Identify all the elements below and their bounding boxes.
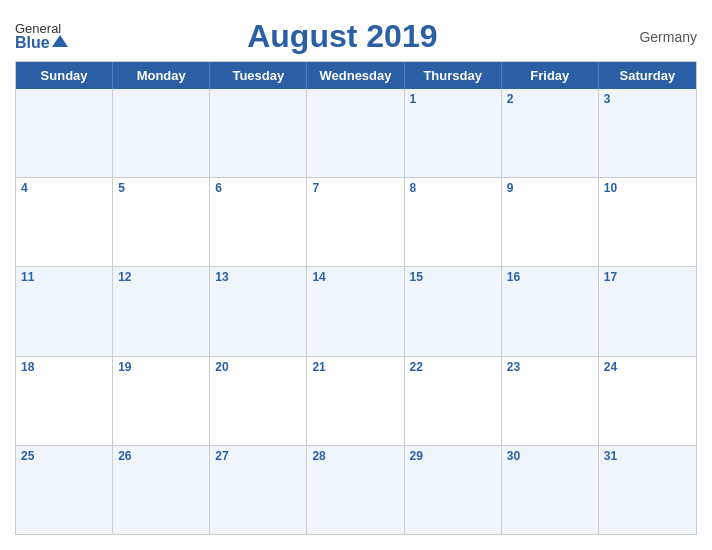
day-cell: 16: [502, 267, 599, 355]
day-cell: [210, 89, 307, 177]
day-number: 16: [507, 270, 593, 284]
day-header-friday: Friday: [502, 62, 599, 89]
day-cell: 15: [405, 267, 502, 355]
day-headers-row: SundayMondayTuesdayWednesdayThursdayFrid…: [16, 62, 696, 89]
day-cell: 13: [210, 267, 307, 355]
week-row: 25262728293031: [16, 445, 696, 534]
day-number: 14: [312, 270, 398, 284]
day-number: 25: [21, 449, 107, 463]
day-header-sunday: Sunday: [16, 62, 113, 89]
weeks-container: 1234567891011121314151617181920212223242…: [16, 89, 696, 534]
week-row: 18192021222324: [16, 356, 696, 445]
day-cell: 24: [599, 357, 696, 445]
day-cell: 26: [113, 446, 210, 534]
day-cell: [307, 89, 404, 177]
day-number: 12: [118, 270, 204, 284]
day-cell: 9: [502, 178, 599, 266]
day-cell: 2: [502, 89, 599, 177]
day-number: 29: [410, 449, 496, 463]
day-header-wednesday: Wednesday: [307, 62, 404, 89]
day-cell: 11: [16, 267, 113, 355]
week-row: 123: [16, 89, 696, 177]
day-number: 2: [507, 92, 593, 106]
day-cell: 18: [16, 357, 113, 445]
day-number: 6: [215, 181, 301, 195]
calendar-grid: SundayMondayTuesdayWednesdayThursdayFrid…: [15, 61, 697, 535]
day-number: 17: [604, 270, 691, 284]
day-number: 27: [215, 449, 301, 463]
day-header-monday: Monday: [113, 62, 210, 89]
day-cell: 28: [307, 446, 404, 534]
day-number: 8: [410, 181, 496, 195]
day-number: 28: [312, 449, 398, 463]
day-cell: 30: [502, 446, 599, 534]
day-number: 30: [507, 449, 593, 463]
day-cell: 21: [307, 357, 404, 445]
day-number: 21: [312, 360, 398, 374]
day-number: 18: [21, 360, 107, 374]
day-cell: 6: [210, 178, 307, 266]
country-label: Germany: [617, 29, 697, 45]
week-row: 45678910: [16, 177, 696, 266]
day-cell: 3: [599, 89, 696, 177]
day-cell: 4: [16, 178, 113, 266]
day-cell: 19: [113, 357, 210, 445]
day-header-saturday: Saturday: [599, 62, 696, 89]
day-cell: 7: [307, 178, 404, 266]
day-number: 4: [21, 181, 107, 195]
day-cell: 17: [599, 267, 696, 355]
day-cell: 23: [502, 357, 599, 445]
day-number: 24: [604, 360, 691, 374]
day-cell: 1: [405, 89, 502, 177]
day-number: 10: [604, 181, 691, 195]
day-cell: [16, 89, 113, 177]
day-number: 23: [507, 360, 593, 374]
day-number: 20: [215, 360, 301, 374]
week-row: 11121314151617: [16, 266, 696, 355]
day-number: 22: [410, 360, 496, 374]
day-cell: 5: [113, 178, 210, 266]
day-number: 11: [21, 270, 107, 284]
day-number: 15: [410, 270, 496, 284]
day-number: 13: [215, 270, 301, 284]
day-number: 5: [118, 181, 204, 195]
day-cell: 25: [16, 446, 113, 534]
day-cell: 27: [210, 446, 307, 534]
day-cell: 20: [210, 357, 307, 445]
day-cell: 29: [405, 446, 502, 534]
day-header-thursday: Thursday: [405, 62, 502, 89]
day-cell: 12: [113, 267, 210, 355]
day-number: 3: [604, 92, 691, 106]
day-cell: [113, 89, 210, 177]
logo-blue-text: Blue: [15, 35, 50, 51]
day-header-tuesday: Tuesday: [210, 62, 307, 89]
logo-triangle-icon: [52, 35, 68, 47]
day-cell: 14: [307, 267, 404, 355]
day-number: 7: [312, 181, 398, 195]
calendar-header: General Blue August 2019 Germany: [15, 10, 697, 61]
logo: General Blue: [15, 22, 68, 51]
day-number: 1: [410, 92, 496, 106]
day-number: 9: [507, 181, 593, 195]
day-number: 19: [118, 360, 204, 374]
day-cell: 22: [405, 357, 502, 445]
day-number: 26: [118, 449, 204, 463]
calendar-title: August 2019: [68, 18, 617, 55]
day-cell: 31: [599, 446, 696, 534]
day-number: 31: [604, 449, 691, 463]
day-cell: 8: [405, 178, 502, 266]
day-cell: 10: [599, 178, 696, 266]
